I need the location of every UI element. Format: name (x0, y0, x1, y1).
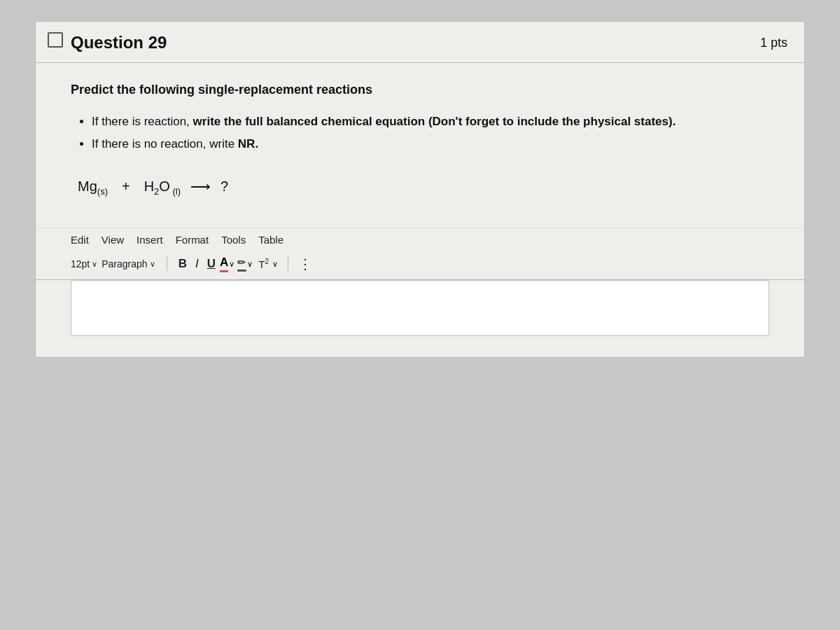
question-card: Question 29 1 pts Predict the following … (35, 21, 805, 358)
reaction-product: ? (220, 178, 228, 195)
highlight-chevron[interactable]: ∨ (247, 260, 253, 269)
font-color-group[interactable]: A ∨ (220, 255, 234, 272)
editor-section: Edit View Insert Format Tools Table 12pt… (36, 227, 804, 336)
bullet-item-1: If there is reaction, write the full bal… (92, 113, 769, 131)
superscript-button[interactable]: T2 (255, 256, 272, 272)
menu-tools[interactable]: Tools (221, 234, 246, 246)
highlight-group[interactable]: ✏ ∨ (237, 256, 253, 272)
question-header: Question 29 1 pts (36, 22, 804, 63)
bullet-list: If there is reaction, write the full bal… (71, 113, 769, 153)
menu-view[interactable]: View (102, 234, 124, 246)
reactant1-state: (s) (97, 186, 108, 197)
question-body: Predict the following single-replacement… (36, 63, 804, 197)
font-color-icon: A (220, 255, 228, 272)
toolbar-separator-1 (167, 256, 167, 272)
reaction-line: Mg(s) + H2O (l) ⟶ ? (71, 178, 769, 197)
font-size-chevron: ∨ (92, 260, 97, 269)
reaction-arrow: ⟶ (190, 178, 211, 195)
menu-edit[interactable]: Edit (71, 234, 89, 246)
reactant2: H2O (l) (144, 178, 181, 197)
paragraph-chevron: ∨ (150, 260, 155, 269)
toolbar-separator-2 (288, 256, 288, 272)
bold-button[interactable]: B (174, 255, 191, 272)
paragraph-dropdown[interactable]: Paragraph ∨ (102, 258, 155, 270)
font-size-dropdown[interactable]: 12pt ∨ (71, 258, 97, 270)
menu-format[interactable]: Format (176, 234, 209, 246)
paragraph-label: Paragraph (102, 258, 147, 270)
question-checkbox[interactable] (48, 32, 63, 48)
italic-button[interactable]: I (191, 255, 203, 272)
bullet-bold-2: NR. (238, 137, 258, 150)
superscript-chevron[interactable]: ∨ (272, 260, 278, 269)
editor-content-area[interactable] (71, 280, 769, 336)
reactant2-state: (l) (170, 186, 181, 197)
underline-button[interactable]: U (203, 255, 220, 272)
question-instruction: Predict the following single-replacement… (71, 83, 769, 97)
font-color-chevron[interactable]: ∨ (229, 260, 234, 269)
more-options-button[interactable]: ⋮ (298, 255, 313, 272)
highlight-button[interactable]: ✏ (237, 256, 246, 272)
question-title: Question 29 (71, 33, 167, 52)
editor-toolbar: 12pt ∨ Paragraph ∨ B I U (36, 251, 804, 280)
menu-insert[interactable]: Insert (136, 234, 163, 246)
question-pts: 1 pts (760, 36, 788, 50)
font-color-bar (220, 270, 228, 272)
font-color-button[interactable]: A (220, 255, 228, 272)
bullet-bold-1: write the full balanced chemical equatio… (193, 115, 676, 128)
reactant1: Mg(s) (78, 178, 108, 197)
highlight-icon: ✏ (237, 256, 246, 272)
plus-operator: + (122, 178, 130, 195)
menu-table[interactable]: Table (258, 234, 284, 246)
editor-menubar: Edit View Insert Format Tools Table (36, 227, 804, 251)
bullet-item-2: If there is no reaction, write NR. (92, 135, 769, 153)
font-size-label: 12pt (71, 258, 90, 270)
highlight-bar (237, 270, 246, 272)
reactant2-sub: 2 (154, 186, 159, 197)
superscript-group[interactable]: T2 ∨ (255, 256, 278, 272)
